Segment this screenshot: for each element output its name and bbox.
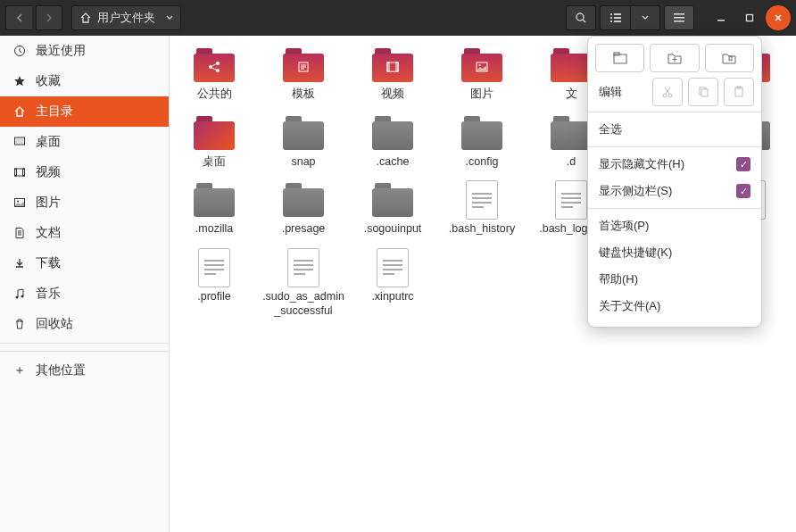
document-icon <box>12 226 27 240</box>
svg-rect-9 <box>674 21 684 22</box>
checkbox-checked-icon: ✓ <box>736 184 750 198</box>
file-label: .presage <box>282 222 326 237</box>
file-item[interactable]: 模板 <box>259 43 348 111</box>
sidebar-item-document[interactable]: 文档 <box>0 218 169 248</box>
sidebar-item-label: 音乐 <box>36 286 61 302</box>
folder-icon <box>194 48 235 82</box>
new-folder-button[interactable] <box>650 44 699 72</box>
svg-rect-27 <box>387 62 389 71</box>
svg-point-20 <box>16 296 19 299</box>
view-list-button[interactable] <box>600 5 630 30</box>
maximize-button[interactable] <box>737 5 762 30</box>
sidebar-item-music[interactable]: 音乐 <box>0 278 169 309</box>
svg-point-19 <box>17 201 19 203</box>
file-item[interactable]: .config <box>437 111 527 179</box>
sidebar-item-star[interactable]: 收藏 <box>0 66 169 96</box>
svg-point-24 <box>216 69 220 72</box>
svg-rect-3 <box>610 17 612 19</box>
file-label: .d <box>567 155 576 170</box>
file-item[interactable]: .presage <box>259 178 348 245</box>
minimize-button[interactable] <box>709 5 734 30</box>
folder-icon <box>551 116 592 150</box>
preferences-item[interactable]: 首选项(P) <box>595 212 754 239</box>
svg-rect-16 <box>15 169 17 176</box>
sidebar: 最近使用收藏主目录桌面视频图片文档下载音乐回收站 ＋ 其他位置 <box>0 36 170 532</box>
file-item[interactable]: .cache <box>348 111 437 179</box>
folder-icon <box>551 48 592 82</box>
svg-rect-7 <box>674 13 684 15</box>
show-sidebar-item[interactable]: 显示侧边栏(S) ✓ <box>595 178 754 204</box>
file-item[interactable]: .sogouinput <box>348 178 437 245</box>
paste-button[interactable] <box>724 78 754 106</box>
file-label: .xinputrc <box>371 290 413 304</box>
about-item[interactable]: 关于文件(A) <box>595 293 754 320</box>
forward-button[interactable] <box>36 5 62 30</box>
close-button[interactable] <box>766 5 791 30</box>
file-item[interactable]: 视频 <box>348 43 437 111</box>
sidebar-item-label: 视频 <box>36 164 61 180</box>
desktop-icon <box>12 135 27 149</box>
svg-rect-36 <box>701 89 708 96</box>
file-label: .sudo_as_admin_successful <box>261 290 345 318</box>
sidebar-item-label: 主目录 <box>36 104 73 120</box>
file-item[interactable]: .profile <box>170 245 259 327</box>
trash-icon <box>12 317 27 331</box>
sidebar-item-other[interactable]: ＋ 其他位置 <box>0 355 169 386</box>
file-label: 图片 <box>470 87 493 102</box>
file-item[interactable]: .xinputrc <box>348 245 437 327</box>
bookmark-button[interactable] <box>705 44 754 72</box>
plus-icon: ＋ <box>12 363 27 378</box>
cut-button[interactable] <box>652 78 683 106</box>
sidebar-item-trash[interactable]: 回收站 <box>0 309 169 339</box>
file-icon <box>466 180 498 220</box>
video-icon <box>12 165 27 179</box>
svg-rect-14 <box>16 138 24 144</box>
sidebar-item-image[interactable]: 图片 <box>0 187 169 218</box>
hamburger-menu-button[interactable] <box>664 5 694 30</box>
sidebar-item-desktop[interactable]: 桌面 <box>0 127 169 157</box>
file-item[interactable]: 公共的 <box>170 43 259 111</box>
new-tab-button[interactable] <box>595 44 644 72</box>
path-bar[interactable]: 用户文件夹 <box>71 5 181 30</box>
copy-button[interactable] <box>688 78 718 106</box>
home-icon <box>79 12 92 24</box>
show-hidden-item[interactable]: 显示隐藏文件(H) ✓ <box>595 151 754 178</box>
sidebar-item-label: 文档 <box>36 225 61 241</box>
svg-rect-28 <box>396 62 398 71</box>
file-label: .cache <box>377 155 410 170</box>
shortcuts-item[interactable]: 键盘快捷键(K) <box>595 239 754 266</box>
file-item[interactable]: 图片 <box>437 43 527 111</box>
sidebar-item-download[interactable]: 下载 <box>0 248 169 278</box>
sidebar-item-label: 下载 <box>36 255 61 271</box>
folder-icon <box>283 48 324 82</box>
svg-point-23 <box>216 62 220 65</box>
help-item[interactable]: 帮助(H) <box>595 266 754 293</box>
file-label: .sogouinput <box>364 222 422 237</box>
chevron-down-icon <box>166 15 173 21</box>
file-label: 公共的 <box>197 87 232 102</box>
svg-point-34 <box>668 94 672 97</box>
sidebar-item-clock[interactable]: 最近使用 <box>0 36 169 66</box>
select-all-item[interactable]: 全选 <box>595 116 754 143</box>
back-button[interactable] <box>5 5 32 30</box>
file-item[interactable]: 桌面 <box>170 111 259 179</box>
sidebar-item-video[interactable]: 视频 <box>0 157 169 187</box>
file-item[interactable]: .mozilla <box>170 178 259 245</box>
folder-icon <box>461 48 502 82</box>
file-label: .profile <box>197 290 231 304</box>
file-label: 桌面 <box>203 155 226 170</box>
view-dropdown-button[interactable] <box>630 5 660 30</box>
file-icon <box>287 248 319 287</box>
folder-icon <box>372 116 413 150</box>
svg-rect-5 <box>610 21 612 22</box>
sidebar-item-home[interactable]: 主目录 <box>0 96 169 127</box>
folder-icon <box>283 116 324 150</box>
folder-icon <box>372 48 413 82</box>
file-item[interactable]: .sudo_as_admin_successful <box>259 245 348 327</box>
file-label: .config <box>466 155 499 170</box>
file-item[interactable]: snap <box>259 111 348 179</box>
download-icon <box>12 256 27 270</box>
file-item[interactable]: .bash_history <box>437 178 527 245</box>
search-button[interactable] <box>566 5 596 30</box>
svg-rect-10 <box>717 20 725 21</box>
